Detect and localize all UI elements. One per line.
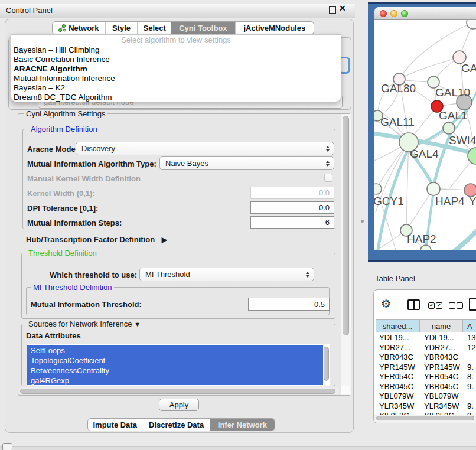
table-row[interactable]: YPR145WYPR145W9. [376,363,476,373]
column-header[interactable]: A [463,319,476,332]
attribute-item[interactable]: TopologicalCoefficient [27,356,323,366]
new-table-icon[interactable] [469,298,476,311]
network-node[interactable] [467,20,476,29]
mi-type-combobox[interactable]: Naive Bayes [159,156,334,170]
table-row[interactable]: YBL079WYBL079W [376,392,476,402]
tab-select[interactable]: Select [137,22,171,34]
table-cell: YBL079W [379,392,414,402]
aracne-mode-combobox[interactable]: Discovery [76,142,334,155]
table-cell: YBL079W [424,392,459,402]
tab-network[interactable]: Network [53,22,105,34]
gear-icon[interactable]: ⚙ [381,298,391,309]
split-columns-icon[interactable] [407,299,420,310]
select-all-checkbox-icon[interactable]: ✓ [428,302,435,309]
network-edge [399,57,459,79]
combobox-value: Naive Bayes [165,159,208,168]
threshold-definition-title: Threshold Definition [26,249,99,257]
table-cell: 12 [467,343,475,353]
minimize-window-button[interactable] [390,10,397,17]
attributes-scrollbar-thumb[interactable] [324,347,329,381]
table-row[interactable]: YBR043CYBR043C [376,353,476,363]
stepper-arrows-icon [302,269,313,280]
network-window-titlebar[interactable] [374,7,476,20]
table-cell: YDL19... [379,333,409,343]
table-row[interactable]: YBR045CYBR045C9. [376,382,476,392]
table-cell: YBR043C [379,353,413,363]
network-node[interactable] [420,245,431,250]
attribute-item[interactable]: SelfLoops [27,345,323,356]
minimized-panel-icon[interactable] [2,443,12,450]
column-header[interactable]: name [420,319,463,332]
table-cell: YDR27... [424,343,455,353]
table-row[interactable]: YLR345WYLR345W9. [376,402,476,412]
tab-cyni-toolbox[interactable]: Cyni Toolbox [171,22,235,34]
tab-impute-data[interactable]: Impute Data [88,419,142,431]
table-cell: YLR345W [379,402,414,412]
network-node[interactable] [427,182,440,195]
table-row[interactable]: YDL19...YDL19...13 [376,333,476,343]
sources-title: Sources for Network Inference [28,319,132,328]
table-cell: YBR045C [424,382,458,392]
close-window-button[interactable] [380,10,387,17]
sources-toggle[interactable]: Sources for Network Inference ▼ [26,319,143,329]
tab-jactivemnodules[interactable]: jActiveMNodules [235,22,314,34]
attribute-item[interactable]: BetweennessCentrality [27,366,323,376]
kernel-width-label: Kernel Width (0,1): [27,189,95,198]
apply-button[interactable]: Apply [159,399,199,411]
panel-title: Control Panel [6,6,53,15]
tab-label: Infer Network [218,420,267,429]
node-label: GAL80 [381,82,416,94]
table-row[interactable]: YER054CYER054C8. [376,372,476,382]
node-label: Y [469,195,476,207]
attribute-item[interactable]: gal4RGexp [27,376,323,386]
zoom-window-button[interactable] [401,10,408,17]
tab-infer-network[interactable]: Infer Network [210,419,275,431]
settings-scrollbar-thumb[interactable] [343,116,349,335]
deselect-all-checkbox-icon[interactable] [457,302,463,309]
table-hscrollbar-thumb[interactable] [376,416,474,420]
splitter-handle[interactable] [361,220,364,223]
combobox-value: Discovery [81,144,115,153]
algorithm-list: Bayesian – Hill ClimbingBasic Correlatio… [11,45,341,102]
network-graph: GALGAL80GAL10GAL1GAL11SWI4GAL4GCY1HAP4YH… [374,20,476,250]
screen: Control Panel ✕ NetworkStyleSelectCyni T… [0,0,476,450]
kernel-width-field[interactable]: 0.0 [250,187,334,199]
algorithm-option[interactable]: Mutual Information Inference [11,74,341,83]
select-all-checkbox-icon[interactable]: ✓ [436,302,442,309]
table-cell: YPR145W [379,363,415,373]
manual-kernel-label: Manual Kernel Width Definition [27,174,141,183]
mi-steps-field[interactable]: 6 [250,216,334,229]
algorithm-option[interactable]: ARACNE Algorithm [11,64,341,74]
column-header[interactable]: shared... [376,319,420,332]
which-threshold-combobox[interactable]: MI Threshold [139,268,314,281]
control-panel-tabs: NetworkStyleSelectCyni ToolboxjActiveMNo… [52,21,314,35]
dpi-tolerance-field[interactable]: 0.0 [250,201,334,214]
algorithm-option[interactable]: Bayesian – Hill Climbing [11,45,341,55]
tab-style[interactable]: Style [105,22,138,34]
table-cell: YDR27... [379,343,410,353]
algorithm-option[interactable]: Basic Correlation Inference [11,55,341,64]
dpi-tolerance-label: DPI Tolerance [0,1]: [27,204,98,213]
tab-label: Select [144,24,166,32]
algorithm-dropdown: Select algorithm to view settings Bayesi… [11,34,341,102]
hub-definition-toggle[interactable]: Hub/Transcription Factor Definition ▶ [26,235,167,244]
network-canvas[interactable]: GALGAL80GAL10GAL1GAL11SWI4GAL4GCY1HAP4YH… [374,20,476,250]
tab-label: Style [112,24,131,32]
algorithm-option[interactable]: Bayesian – K2 [11,83,341,93]
manual-kernel-checkbox[interactable] [324,174,332,182]
algorithm-option[interactable]: Dream8 DC_TDC Algorithm [11,93,341,102]
float-window-icon[interactable] [329,6,336,14]
close-icon[interactable]: ✕ [339,4,346,13]
deselect-all-checkbox-icon[interactable] [449,302,455,309]
network-node[interactable] [374,184,382,194]
mi-threshold-field[interactable]: 0.5 [248,298,330,311]
tab-discretize-data[interactable]: Discretize Data [142,419,210,431]
settings-hscrollbar-thumb[interactable] [20,389,335,394]
attributes-listbox: SelfLoopsTopologicalCoefficientBetweenne… [27,344,330,386]
table-panel-title: Table Panel [375,274,415,283]
table-row[interactable]: YDR27...YDR27...12 [376,343,476,353]
mi-type-label: Mutual Information Algorithm Type: [27,159,157,168]
table-cell: YLR345W [424,402,459,412]
network-node[interactable] [443,122,455,134]
bottom-strip [0,446,476,450]
